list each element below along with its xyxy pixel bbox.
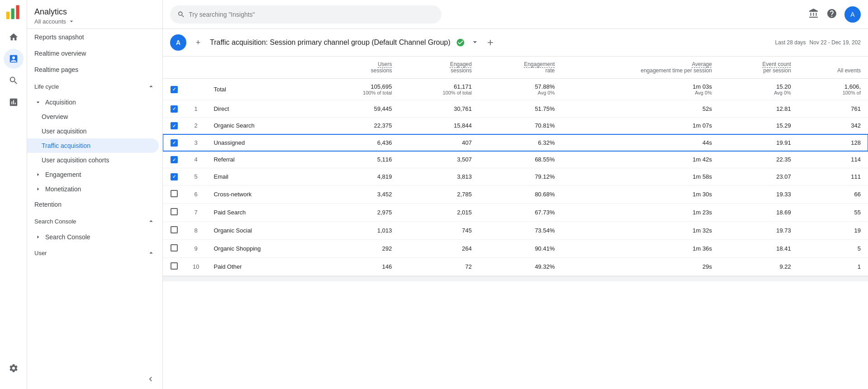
row-sessions-5: 3,452 [319, 185, 399, 203]
row-channel-3[interactable]: Referral [206, 151, 319, 168]
row-checkbox-4[interactable] [163, 168, 185, 185]
search-console-section[interactable]: Search Console [27, 213, 162, 230]
engagement-expand[interactable]: Engagement [27, 167, 162, 182]
row-channel-1[interactable]: Organic Search [206, 117, 319, 134]
row-engaged-sessions-0: 30,761 [399, 100, 479, 118]
user-section[interactable]: User [27, 244, 162, 261]
row-channel-4[interactable]: Email [206, 168, 319, 185]
table-row: 6 Cross-network 3,452 2,785 80.68% 1m 30… [163, 185, 868, 203]
row-checkbox-0[interactable] [163, 100, 185, 118]
add-comparison-button[interactable]: + [192, 36, 204, 49]
table-row: 5 Email 4,819 3,813 79.12% 1m 58s 23.07 … [163, 168, 868, 185]
row-checkbox-9[interactable] [163, 257, 185, 275]
content-header: A + Traffic acquisition: Session primary… [163, 29, 868, 57]
nav-realtime-overview[interactable]: Realtime overview [27, 45, 162, 62]
row-all-events-6: 55 [798, 203, 868, 221]
row-all-events-3: 114 [798, 151, 868, 168]
col-avg-engagement-time[interactable]: Average engagement time per session [562, 57, 719, 79]
row-all-events-8: 5 [798, 239, 868, 257]
horizontal-scrollbar[interactable] [163, 276, 868, 281]
row-sessions-0: 59,445 [319, 100, 399, 118]
help-icon[interactable] [826, 8, 837, 20]
account-selector[interactable]: All accounts [34, 18, 155, 25]
row-checkbox-1[interactable] [163, 117, 185, 134]
sidebar-settings-icon[interactable] [4, 358, 24, 380]
row-checkbox-5[interactable] [163, 185, 185, 203]
row-channel-8[interactable]: Organic Shopping [206, 239, 319, 257]
report-dropdown-icon[interactable] [470, 38, 479, 48]
nav-user-acquisition-cohorts[interactable]: User acquisition cohorts [27, 153, 162, 167]
sidebar-advertising-icon[interactable] [4, 92, 24, 112]
row-all-events-9: 1 [798, 257, 868, 275]
row-checkbox-3[interactable] [163, 151, 185, 168]
row-engagement-rate-1: 70.81% [479, 117, 562, 134]
col-channel [206, 57, 319, 79]
nav-traffic-acquisition[interactable]: Traffic acquisition [27, 138, 159, 153]
total-avg-engagement-time: 1m 03sAvg 0% [562, 79, 719, 100]
row-channel-0[interactable]: Direct [206, 100, 319, 118]
total-all-events: 1,606,100% of [798, 79, 868, 100]
row-avg-engagement-time-1: 1m 07s [562, 117, 719, 134]
collapse-nav[interactable] [27, 369, 162, 389]
total-engagement-rate: 57.88%Avg 0% [479, 79, 562, 100]
search-bar[interactable] [170, 5, 441, 24]
lifecycle-section[interactable]: Life cycle [27, 78, 162, 95]
row-channel-9[interactable]: Paid Other [206, 257, 319, 275]
row-channel-6[interactable]: Paid Search [206, 203, 319, 221]
search-input[interactable] [189, 11, 434, 18]
svg-rect-0 [6, 12, 9, 19]
row-engagement-rate-4: 79.12% [479, 168, 562, 185]
nav-realtime-pages[interactable]: Realtime pages [27, 62, 162, 78]
row-avg-engagement-time-2: 44s [562, 134, 719, 152]
total-rank [185, 79, 206, 100]
row-all-events-7: 19 [798, 221, 868, 239]
row-engaged-sessions-5: 2,785 [399, 185, 479, 203]
row-engagement-rate-9: 49.32% [479, 257, 562, 275]
row-channel-5[interactable]: Cross-network [206, 185, 319, 203]
table-row: 1 Direct 59,445 30,761 51.75% 52s 12.81 … [163, 100, 868, 118]
col-engagement-rate[interactable]: Engagement rate [479, 57, 562, 79]
row-checkbox-6[interactable] [163, 203, 185, 221]
top-bar-right: A [808, 6, 861, 23]
total-checkbox[interactable] [163, 79, 185, 100]
row-sessions-6: 2,975 [319, 203, 399, 221]
col-sessions[interactable]: Users sessions [319, 57, 399, 79]
row-avg-engagement-time-5: 1m 30s [562, 185, 719, 203]
col-all-events[interactable]: All events [798, 57, 868, 79]
row-engaged-sessions-7: 745 [399, 221, 479, 239]
nav-retention[interactable]: Retention [27, 196, 162, 213]
row-all-events-2: 128 [798, 134, 868, 152]
apps-icon[interactable] [808, 8, 819, 20]
sidebar-reports-icon[interactable] [4, 49, 24, 69]
monetization-expand[interactable]: Monetization [27, 182, 162, 196]
row-engagement-rate-8: 90.41% [479, 239, 562, 257]
user-avatar[interactable]: A [844, 6, 861, 23]
col-events-per-session[interactable]: Event count per session [719, 57, 798, 79]
search-console-expand[interactable]: Search Console [27, 230, 162, 244]
total-engaged-sessions: 61,171100% of total [399, 79, 479, 100]
nav-user-acquisition[interactable]: User acquisition [27, 124, 162, 138]
row-checkbox-2[interactable] [163, 134, 185, 152]
table-row: 9 Organic Shopping 292 264 90.41% 1m 36s… [163, 239, 868, 257]
row-events-per-session-6: 18.69 [719, 203, 798, 221]
svg-rect-2 [16, 5, 19, 19]
row-sessions-2: 6,436 [319, 134, 399, 152]
add-metric-icon[interactable] [485, 37, 496, 48]
row-channel-7[interactable]: Organic Social [206, 221, 319, 239]
col-engaged-sessions[interactable]: Engaged sessions [399, 57, 479, 79]
row-checkbox-8[interactable] [163, 239, 185, 257]
sidebar-home-icon[interactable] [4, 27, 24, 47]
row-rank-0: 1 [185, 100, 206, 118]
nav-overview[interactable]: Overview [27, 109, 162, 124]
row-sessions-4: 4,819 [319, 168, 399, 185]
row-channel-2[interactable]: Unassigned [206, 134, 319, 152]
nav-reports-snapshot[interactable]: Reports snapshot [27, 29, 162, 45]
row-engagement-rate-5: 80.68% [479, 185, 562, 203]
row-avg-engagement-time-3: 1m 42s [562, 151, 719, 168]
row-checkbox-7[interactable] [163, 221, 185, 239]
table-row: 8 Organic Social 1,013 745 73.54% 1m 32s… [163, 221, 868, 239]
acquisition-expand[interactable]: Acquisition [27, 95, 162, 109]
row-events-per-session-8: 18.41 [719, 239, 798, 257]
sidebar-explore-icon[interactable] [4, 71, 24, 90]
total-sessions: 105,695100% of total [319, 79, 399, 100]
